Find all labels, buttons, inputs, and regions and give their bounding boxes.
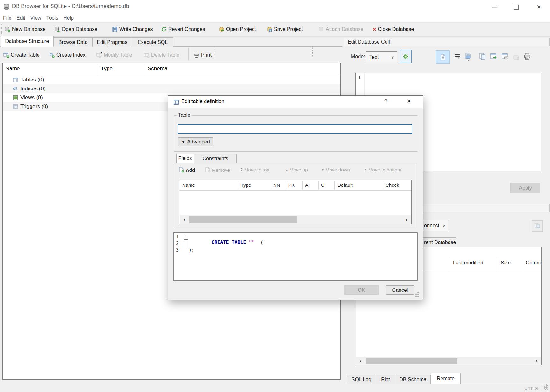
export-data-icon[interactable]	[479, 53, 486, 60]
col-u[interactable]: U	[321, 182, 324, 188]
tree-column-type[interactable]: Type	[101, 66, 113, 72]
print-button[interactable]: Print	[194, 50, 212, 60]
close-window-button[interactable]: ×	[532, 0, 546, 14]
tab-remote[interactable]: Remote	[431, 373, 461, 384]
print-label: Print	[201, 52, 212, 58]
tree-row-label: Views (0)	[20, 94, 43, 101]
revert-changes-button[interactable]: Revert Changes	[161, 24, 205, 35]
text-mode-toggle[interactable]	[436, 50, 450, 64]
main-toolbar: New Database Open Database ▾ Write Chang…	[0, 22, 550, 37]
window-resize-grip[interactable]	[545, 387, 546, 388]
scroll-left-icon[interactable]: ‹	[181, 216, 188, 223]
open-in-window-icon[interactable]	[490, 53, 498, 60]
db-browser-window: DB Browser for SQLite - C:\Users\turne\d…	[0, 0, 550, 392]
fields-horizontal-scrollbar[interactable]: ‹ ›	[180, 215, 411, 224]
tab-plot[interactable]: Plot	[376, 374, 395, 384]
tab-edit-pragmas[interactable]: Edit Pragmas	[92, 37, 132, 47]
menu-tools[interactable]: Tools	[44, 15, 61, 22]
col-default[interactable]: Default	[338, 182, 353, 188]
tab-execute-sql[interactable]: Execute SQL	[132, 37, 173, 47]
open-project-button[interactable]: Open Project	[219, 24, 256, 35]
dialog-close-button[interactable]: ×	[407, 97, 411, 105]
delete-table-label: Delete Table	[151, 52, 179, 58]
remote-column-size[interactable]: Size	[501, 260, 511, 266]
toolbar-separator	[214, 47, 214, 56]
open-database-button[interactable]: Open Database	[54, 24, 97, 35]
dialog-title-bar[interactable]: Edit table definition ? ×	[168, 96, 423, 108]
add-field-button[interactable]: Add	[179, 167, 195, 173]
create-table-button[interactable]: Create Table	[3, 50, 39, 60]
mode-combobox[interactable]: Text ∨	[366, 51, 397, 63]
tab-database-structure[interactable]: Database Structure	[1, 36, 54, 47]
tree-row-tables[interactable]: Tables (0)	[3, 75, 340, 84]
tab-current-database[interactable]: rent Database	[422, 237, 456, 247]
dialog-title: Edit table definition	[181, 99, 224, 104]
identity-combobox[interactable]: onnect ∨	[421, 220, 448, 231]
cancel-button[interactable]: Cancel	[386, 285, 414, 295]
title-bar: DB Browser for SQLite - C:\Users\turne\d…	[0, 0, 550, 14]
remote-horizontal-scrollbar[interactable]: ‹ ›	[356, 357, 541, 365]
attach-database-icon	[318, 26, 324, 32]
import-data-icon[interactable]	[464, 52, 472, 61]
new-database-button[interactable]: New Database	[4, 24, 45, 35]
write-changes-button[interactable]: Write Changes	[112, 24, 153, 35]
col-name[interactable]: Name	[182, 182, 195, 188]
col-type[interactable]: Type	[241, 182, 251, 188]
modify-table-label: Modify Table	[104, 52, 132, 58]
fold-marker-icon[interactable]: −	[184, 235, 188, 240]
move-down-icon: ▾	[322, 169, 324, 171]
views-icon	[13, 95, 18, 101]
scroll-right-icon[interactable]: ›	[533, 357, 540, 364]
tree-column-name[interactable]: Name	[5, 66, 20, 72]
auto-switch-mode-button[interactable]	[400, 50, 412, 63]
move-to-top-button: ▴ Move to top	[241, 167, 269, 172]
dialog-help-button[interactable]: ?	[384, 98, 387, 105]
col-pk[interactable]: PK	[288, 182, 295, 188]
tab-browse-data[interactable]: Browse Data	[54, 37, 92, 47]
remote-column-commit[interactable]: Comm	[526, 260, 541, 266]
dialog-resize-grip[interactable]	[415, 294, 417, 295]
scroll-thumb[interactable]	[366, 358, 457, 364]
tab-constraints[interactable]: Constraints	[194, 154, 237, 163]
menu-help[interactable]: Help	[61, 15, 76, 22]
remote-column-last-modified[interactable]: Last modified	[453, 260, 483, 266]
write-changes-label: Write Changes	[119, 26, 153, 32]
maximize-button[interactable]	[509, 0, 523, 14]
move-to-top-icon: ▴	[241, 168, 242, 172]
save-project-button[interactable]: Save Project	[267, 24, 303, 35]
tab-sql-log[interactable]: SQL Log	[347, 374, 376, 384]
menu-view[interactable]: View	[28, 15, 44, 22]
edit-cell-panel-title: Edit Database Cell	[348, 39, 390, 45]
tree-column-schema[interactable]: Schema	[148, 66, 167, 72]
scroll-right-icon[interactable]: ›	[403, 216, 410, 223]
advanced-button[interactable]: ▼ Advanced	[178, 137, 213, 146]
col-ai[interactable]: AI	[305, 182, 310, 188]
close-database-button[interactable]: × Close Database	[373, 24, 414, 35]
print-cell-icon[interactable]	[524, 53, 531, 60]
fields-table-header: Name Type NN PK AI U Default Check	[179, 180, 411, 191]
menu-edit[interactable]: Edit	[14, 15, 28, 22]
toolbar-drag-handle[interactable]	[1, 24, 2, 34]
table-name-input[interactable]	[178, 124, 412, 134]
create-index-button[interactable]: Create Index	[49, 50, 86, 60]
open-project-label: Open Project	[226, 26, 256, 32]
minimize-button[interactable]: —	[487, 0, 502, 14]
link-window-icon[interactable]	[501, 53, 509, 60]
tab-db-schema[interactable]: DB Schema	[395, 374, 431, 384]
sql-code-line-3: );	[189, 247, 194, 253]
word-wrap-icon[interactable]	[454, 53, 461, 60]
scroll-left-icon[interactable]: ‹	[357, 357, 364, 364]
null-value-icon	[513, 55, 520, 60]
apply-cell-button: Apply	[510, 183, 540, 193]
clone-database-button	[532, 220, 543, 232]
ok-button: OK	[344, 285, 379, 295]
menu-bar: File Edit View Tools Help	[0, 14, 550, 22]
tree-row-indices[interactable]: Indices (0)	[3, 84, 340, 93]
tab-fields[interactable]: Fields	[176, 154, 194, 163]
scroll-thumb[interactable]	[189, 216, 297, 223]
col-check[interactable]: Check	[386, 182, 399, 188]
col-nn[interactable]: NN	[273, 182, 280, 188]
move-up-icon: ▴	[286, 169, 288, 171]
encoding-indicator[interactable]: UTF-8	[524, 386, 538, 391]
menu-file[interactable]: File	[1, 15, 14, 22]
